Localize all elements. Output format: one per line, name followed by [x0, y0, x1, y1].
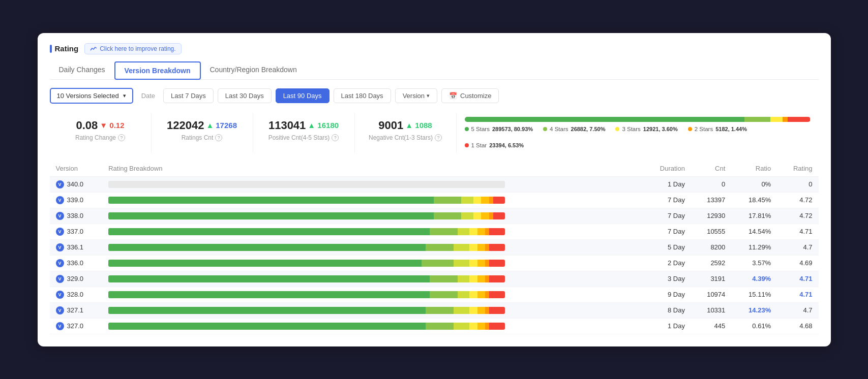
filters-row: 10 Versions Selected ▾ Date Last 7 Days …: [50, 88, 819, 104]
tab-version[interactable]: Version Breakdown: [114, 61, 201, 80]
duration-cell: 2 Day: [642, 255, 691, 271]
version-icon: V: [56, 259, 64, 267]
bar-segment: [485, 260, 489, 267]
calendar-icon: 📅: [449, 92, 457, 100]
bar-segment: [461, 197, 473, 204]
version-cell: V 336.0: [50, 255, 103, 271]
version-cell: V 327.1: [50, 302, 103, 318]
customize-btn[interactable]: 📅 Customize: [441, 88, 499, 103]
bar-segment: [458, 275, 469, 282]
bar-segment: [477, 260, 486, 267]
metric-change-0: ▼ 0.12: [100, 121, 124, 130]
period-btn-7[interactable]: Last 7 Days: [163, 88, 214, 103]
cnt-cell: 10331: [691, 302, 731, 318]
period-btn-180[interactable]: Last 180 Days: [334, 88, 391, 103]
metric-main-2: 113041: [268, 119, 306, 132]
version-text: 336.1: [67, 243, 84, 251]
stars-legend: 5 Stars 289573, 80.93% 4 Stars 26882, 7.…: [465, 126, 811, 148]
rating-bar-wrap: [108, 244, 505, 251]
tabs-row: Daily Changes Version Breakdown Country/…: [50, 61, 819, 80]
bar-segment: [473, 197, 482, 204]
version-icon: V: [56, 243, 64, 251]
version-selector[interactable]: 10 Versions Selected ▾: [50, 88, 133, 104]
bar-segment: [430, 291, 458, 298]
version-cell-inner: V 337.0: [56, 228, 97, 236]
star-legend-4Stars: 4 Stars 26882, 7.50%: [543, 126, 605, 132]
bar-cell: [102, 302, 642, 318]
improve-rating-link[interactable]: Click here to improve rating.: [84, 43, 181, 54]
metric-value-2: 113041 ▲ 16180: [263, 119, 344, 132]
ratio-cell: 18.45%: [731, 192, 777, 208]
tab-country[interactable]: Country/Region Breakdown: [201, 61, 306, 79]
table-row: V 327.0 1 Day4450.61%4.68: [50, 318, 819, 334]
bar-segment: [469, 323, 477, 330]
bar-segment: [426, 244, 454, 251]
version-selector-text: 10 Versions Selected: [57, 92, 119, 100]
bar-segment: [454, 244, 469, 251]
chevron-down-icon: ▾: [123, 92, 126, 99]
star-dot: [688, 127, 692, 131]
metric-positive-cnt: 113041 ▲ 16180 Positive Cnt(4-5 Stars) ?: [253, 113, 355, 152]
version-cell: V 336.1: [50, 239, 103, 255]
bar-segment: [454, 260, 469, 267]
bar-cell: [102, 271, 642, 287]
star-label: 4 Stars: [550, 126, 568, 132]
bar-segment: [477, 275, 486, 282]
bar-cell: [102, 208, 642, 224]
metric-change-2: ▲ 16180: [308, 121, 339, 130]
period-btn-90[interactable]: Last 90 Days: [276, 88, 330, 103]
rating-bar-wrap: [108, 323, 505, 330]
col-version: Version: [50, 161, 103, 177]
duration-cell: 7 Day: [642, 224, 691, 239]
bar-segment: [108, 275, 430, 282]
customize-label: Customize: [460, 92, 491, 100]
star-legend-1Star: 1 Star 23394, 6.53%: [465, 142, 524, 148]
ratio-cell: 0%: [731, 176, 777, 192]
rating-bar-wrap: [108, 260, 505, 267]
metric-value-1: 122042 ▲ 17268: [162, 119, 243, 132]
bar-cell: [102, 318, 642, 334]
improve-link-text: Click here to improve rating.: [100, 45, 175, 52]
version-cell-inner: V 327.0: [56, 322, 97, 330]
table-row: V 337.0 7 Day1055514.54%4.71: [50, 224, 819, 239]
rating-cell: 0: [777, 176, 818, 192]
bar-segment: [108, 228, 430, 235]
metric-value-0: 0.08 ▼ 0.12: [60, 119, 141, 132]
stars-bar-container: 5 Stars 289573, 80.93% 4 Stars 26882, 7.…: [457, 113, 819, 152]
metrics-row: 0.08 ▼ 0.12 Rating Change ? 122042 ▲ 172…: [50, 113, 819, 152]
bar-segment: [485, 228, 489, 235]
metric-change-3: ▲ 1088: [405, 121, 432, 130]
rating-bar-wrap: [108, 197, 505, 204]
version-icon: V: [56, 306, 64, 314]
version-filter-btn[interactable]: Version ▾: [395, 88, 437, 103]
version-cell-inner: V 327.1: [56, 306, 97, 314]
tab-daily[interactable]: Daily Changes: [50, 61, 114, 79]
version-text: 328.0: [67, 291, 84, 298]
rating-cell: 4.69: [777, 255, 818, 271]
version-text: 327.0: [67, 322, 84, 330]
version-cell: V 329.0: [50, 271, 103, 287]
version-cell-inner: V 340.0: [56, 180, 97, 188]
version-text: 327.1: [67, 306, 84, 314]
bar-segment: [489, 197, 493, 204]
star-dot: [615, 127, 619, 131]
ratio-cell: 14.23%: [731, 302, 777, 318]
col-cnt: Cnt: [691, 161, 731, 177]
bar-segment: [477, 244, 486, 251]
bar-segment: [485, 275, 489, 282]
bar-segment: [469, 260, 477, 267]
cnt-cell: 2592: [691, 255, 731, 271]
rating-cell: 4.71: [777, 287, 818, 302]
star-count: 289573, 80.93%: [492, 126, 533, 132]
metric-change-1: ▲: [206, 121, 214, 130]
info-icon-0: ?: [118, 134, 125, 141]
star-legend-5Stars: 5 Stars 289573, 80.93%: [465, 126, 533, 132]
cnt-cell: 10555: [691, 224, 731, 239]
bar-segment: [108, 307, 426, 314]
version-icon: V: [56, 212, 64, 220]
bar-segment: [422, 260, 453, 267]
period-btn-30[interactable]: Last 30 Days: [218, 88, 272, 103]
bar-segment: [469, 307, 477, 314]
rating-header: Rating Click here to improve rating.: [50, 43, 819, 54]
bar-cell: [102, 176, 642, 192]
